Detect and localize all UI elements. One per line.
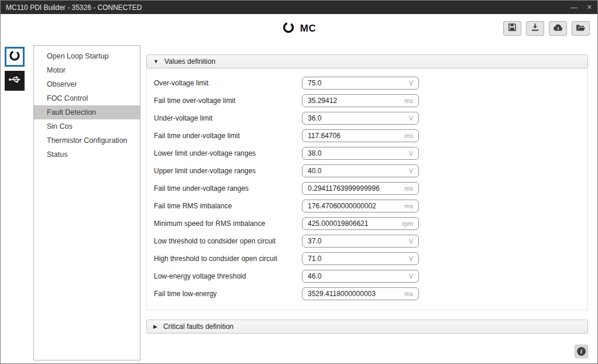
parameter-label: Low-energy voltage threshold bbox=[154, 272, 302, 280]
nav-item[interactable]: Sin Cos bbox=[34, 119, 140, 133]
parameter-row: High threshold to condsider open circuit… bbox=[154, 250, 587, 267]
content-area: ▼ Values definition Over-voltage limit 7… bbox=[146, 45, 588, 360]
cloud-download-button[interactable] bbox=[549, 21, 567, 36]
parameter-row: Fail time under-voltage limit 117.64706 … bbox=[154, 127, 587, 145]
chevron-right-icon: ▶ bbox=[153, 324, 157, 329]
parameter-row: Minimum speed for RMS imbalance 425.0000… bbox=[154, 215, 587, 232]
parameter-value: 40.0 bbox=[308, 167, 321, 175]
parameter-input[interactable]: 40.0 V bbox=[302, 164, 419, 177]
minimize-button[interactable]: — bbox=[570, 4, 578, 11]
parameter-value: 117.64706 bbox=[308, 132, 341, 140]
sidebar-tab-mc[interactable] bbox=[5, 47, 25, 67]
usb-icon bbox=[8, 74, 21, 87]
parameter-label: Fail time under-voltage ranges bbox=[154, 184, 302, 193]
nav-panel: Open Loop Startup Motor Observer FOC Con… bbox=[33, 45, 140, 360]
parameter-unit: V bbox=[405, 167, 413, 174]
nav-item[interactable]: Motor bbox=[34, 63, 140, 77]
parameter-input[interactable]: 425.000019806621 rpm bbox=[302, 217, 419, 230]
parameter-row: Over-voltage limit 75.0 V bbox=[154, 74, 587, 92]
parameter-unit: V bbox=[405, 255, 413, 262]
download-button[interactable] bbox=[526, 21, 544, 36]
save-button[interactable] bbox=[503, 21, 521, 36]
nav-item[interactable]: Observer bbox=[34, 77, 140, 91]
parameter-row: Low threshold to condsider open circuit … bbox=[154, 232, 587, 250]
parameter-input[interactable]: 46.0 V bbox=[302, 270, 419, 283]
parameter-value: 38.0 bbox=[308, 149, 321, 157]
parameter-unit: rpm bbox=[398, 220, 413, 227]
parameter-label: Low threshold to condsider open circuit bbox=[154, 237, 302, 245]
parameter-input[interactable]: 117.64706 ms bbox=[302, 129, 419, 142]
parameter-input[interactable]: 176.47060000000002 ms bbox=[302, 200, 419, 212]
nav-item[interactable]: Thermistor Configuration bbox=[34, 133, 140, 147]
open-folder-button[interactable] bbox=[572, 21, 590, 36]
open-folder-icon bbox=[576, 23, 586, 34]
parameter-input[interactable]: 3529.4118000000003 ms bbox=[302, 287, 419, 300]
chevron-down-icon: ▼ bbox=[153, 59, 159, 64]
toolbar-buttons bbox=[503, 21, 590, 36]
parameter-unit: ms bbox=[401, 185, 413, 192]
parameter-input[interactable]: 0.29411763999999996 ms bbox=[302, 182, 419, 195]
toolbar: MC bbox=[1, 14, 597, 43]
parameter-value: 0.29411763999999996 bbox=[308, 184, 380, 193]
titlebar: MC110 PDI Builder - 35326 - CONNECTED — … bbox=[1, 1, 597, 14]
parameter-input[interactable]: 35.29412 ms bbox=[302, 94, 419, 107]
parameter-label: Fail time RMS imbalance bbox=[154, 202, 302, 210]
close-button[interactable]: ✕ bbox=[587, 4, 592, 11]
values-section-header[interactable]: ▼ Values definition bbox=[146, 54, 588, 68]
nav-list: Open Loop Startup Motor Observer FOC Con… bbox=[34, 49, 140, 162]
main-area: Open Loop Startup Motor Observer FOC Con… bbox=[1, 43, 597, 363]
nav-item[interactable]: Status bbox=[34, 147, 140, 162]
parameter-input[interactable]: 75.0 V bbox=[302, 77, 419, 90]
nav-item[interactable]: Open Loop Startup bbox=[34, 49, 140, 63]
parameter-row: Lower limit under-voltage ranges 38.0 V bbox=[154, 145, 587, 162]
parameter-label: Fail time low-energy bbox=[154, 290, 302, 298]
logo-text: MC bbox=[300, 23, 316, 35]
parameter-value: 37.0 bbox=[308, 237, 321, 245]
download-icon bbox=[531, 23, 539, 34]
values-rows: Over-voltage limit 75.0 V Fail time over… bbox=[154, 74, 587, 303]
parameter-unit: V bbox=[405, 150, 413, 157]
parameter-value: 46.0 bbox=[308, 272, 321, 280]
parameter-value: 3529.4118000000003 bbox=[308, 290, 376, 298]
parameter-unit: ms bbox=[401, 132, 413, 139]
app-window: MC110 PDI Builder - 35326 - CONNECTED — … bbox=[0, 0, 598, 364]
parameter-value: 425.000019806621 bbox=[308, 219, 368, 228]
parameter-unit: V bbox=[405, 115, 413, 122]
info-button[interactable]: i bbox=[575, 345, 588, 358]
parameter-input[interactable]: 38.0 V bbox=[302, 147, 419, 160]
parameter-row: Fail time RMS imbalance 176.470600000000… bbox=[154, 197, 587, 215]
parameter-value: 36.0 bbox=[308, 114, 321, 122]
parameter-input[interactable]: 71.0 V bbox=[302, 252, 419, 265]
values-section-body: Over-voltage limit 75.0 V Fail time over… bbox=[146, 68, 588, 310]
window-title: MC110 PDI Builder - 35326 - CONNECTED bbox=[6, 4, 142, 12]
parameter-value: 71.0 bbox=[308, 255, 321, 263]
critical-section-header[interactable]: ▶ Critical faults definition bbox=[146, 320, 588, 334]
parameter-label: Fail time over-voltage limit bbox=[154, 97, 302, 105]
parameter-unit: V bbox=[405, 238, 413, 245]
parameter-label: Upper limit under-voltage ranges bbox=[154, 167, 302, 175]
cloud-download-icon bbox=[553, 23, 563, 34]
critical-section-title: Critical faults definition bbox=[163, 322, 233, 331]
parameter-label: Minimum speed for RMS imbalance bbox=[154, 219, 302, 228]
parameter-label: Under-voltage limit bbox=[154, 114, 302, 122]
nav-item[interactable]: FOC Control bbox=[34, 91, 140, 105]
ring-logo-icon bbox=[8, 49, 21, 64]
sidebar-tab-usb[interactable] bbox=[5, 71, 25, 91]
parameter-value: 176.47060000000002 bbox=[308, 202, 376, 210]
info-icon: i bbox=[577, 347, 586, 356]
parameter-label: High threshold to condsider open circuit bbox=[154, 255, 302, 263]
nav-item[interactable]: Fault Detection bbox=[34, 105, 140, 119]
parameter-row: Low-energy voltage threshold 46.0 V bbox=[154, 267, 587, 285]
parameter-unit: V bbox=[405, 273, 413, 280]
parameter-value: 35.29412 bbox=[308, 97, 337, 105]
parameter-input[interactable]: 36.0 V bbox=[302, 112, 419, 125]
ring-logo-icon bbox=[282, 21, 295, 36]
parameter-input[interactable]: 37.0 V bbox=[302, 235, 419, 248]
window-controls: — ✕ bbox=[570, 4, 592, 11]
parameter-label: Lower limit under-voltage ranges bbox=[154, 149, 302, 157]
parameter-value: 75.0 bbox=[308, 79, 321, 87]
side-icon-strip bbox=[1, 43, 29, 363]
app-logo: MC bbox=[282, 21, 316, 36]
parameter-row: Under-voltage limit 36.0 V bbox=[154, 109, 587, 127]
parameter-row: Fail time under-voltage ranges 0.2941176… bbox=[154, 180, 587, 197]
